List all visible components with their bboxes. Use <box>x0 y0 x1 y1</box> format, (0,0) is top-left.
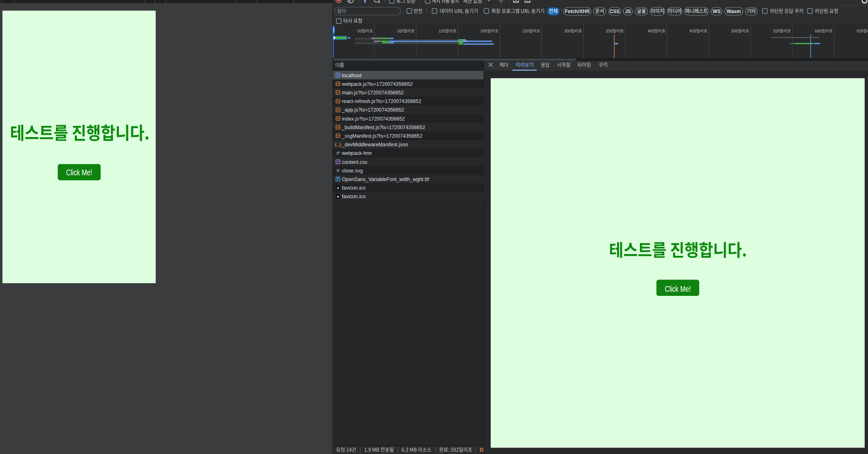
svg-text:webpack.js?ts=1720074356652: webpack.js?ts=1720074356652 <box>342 81 413 87</box>
svg-text:favicon.ico: favicon.ico <box>342 185 366 191</box>
svg-text:{..}: {..} <box>335 142 341 147</box>
svg-text:webpack-hmr: webpack-hmr <box>342 150 372 156</box>
svg-text:react-refresh.js?ts=1720074356: react-refresh.js?ts=1720074356652 <box>342 98 422 104</box>
svg-text:close.svg: close.svg <box>342 168 363 174</box>
svg-text:OpenSans_VariableFont_wdth_wgh: OpenSans_VariableFont_wdth_wght.ttf <box>342 177 430 182</box>
svg-text:Click Me!: Click Me! <box>665 284 691 293</box>
svg-text:index.js?ts=1720074356652: index.js?ts=1720074356652 <box>342 116 405 122</box>
svg-text:D: D <box>480 447 483 453</box>
svg-text:main.js?ts=1720074356652: main.js?ts=1720074356652 <box>342 90 404 96</box>
svg-text:Wasm: Wasm <box>727 9 741 14</box>
svg-text:content.css: content.css <box>342 159 367 165</box>
svg-text:CSS: CSS <box>610 9 620 14</box>
svg-text:_app.js?ts=1720074356652: _app.js?ts=1720074356652 <box>342 107 404 113</box>
svg-text:_buildManifest.js?ts=172007435: _buildManifest.js?ts=1720074356652 <box>342 125 425 130</box>
svg-text:localhost: localhost <box>342 73 362 78</box>
svg-text:Click Me!: Click Me! <box>66 168 92 177</box>
svg-text:WS: WS <box>713 9 720 14</box>
svg-text:_ssgManifest.js?ts=17200743566: _ssgManifest.js?ts=1720074356652 <box>342 133 423 139</box>
svg-text:_devMiddlewareManifest.json: _devMiddlewareManifest.json <box>342 142 408 148</box>
svg-text:Fetch/XHR: Fetch/XHR <box>565 9 590 14</box>
svg-text:favicon.ico: favicon.ico <box>342 194 366 199</box>
svg-text:JS: JS <box>625 9 631 14</box>
